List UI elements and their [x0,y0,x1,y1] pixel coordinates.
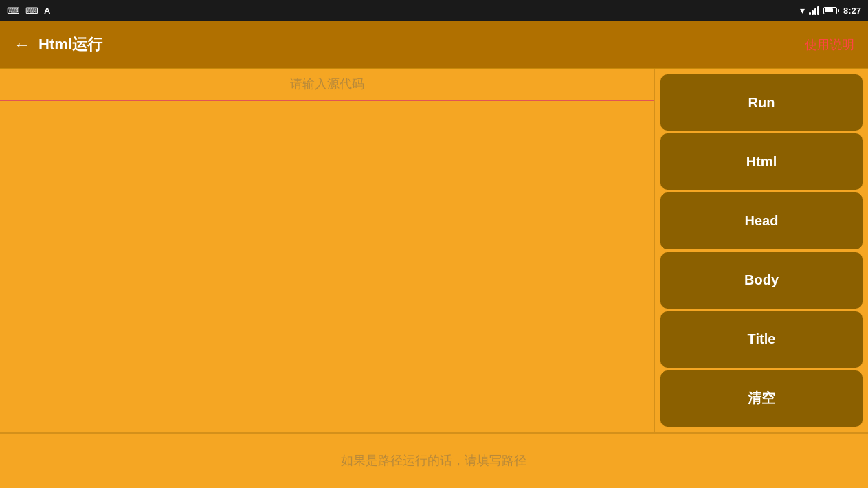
body-button[interactable]: Body [660,252,863,309]
run-button[interactable]: Run [660,74,863,131]
editor-row: Run Html Head Body Title 清空 [0,69,868,433]
keyboard-icon: ⌨ [7,5,20,16]
toolbar-left: ← Html运行 [14,34,102,55]
network-icon [809,5,819,15]
ime-icon: ⌨ [25,5,38,16]
status-bar: ⌨ ⌨ A ▾ 8:27 [0,0,868,21]
main-area: Run Html Head Body Title 清空 [0,69,868,488]
battery-icon [823,7,839,14]
html-button[interactable]: Html [660,133,863,190]
status-time: 8:27 [843,5,861,16]
code-body [0,101,654,432]
title-button[interactable]: Title [660,311,863,368]
code-area [0,69,655,432]
footer-area [0,433,868,488]
accessibility-icon: A [44,5,50,16]
status-bar-right: ▾ 8:27 [800,5,861,16]
back-button[interactable]: ← [14,35,30,54]
clear-button[interactable]: 清空 [660,370,863,427]
path-input[interactable] [87,454,781,468]
head-button[interactable]: Head [660,192,863,249]
button-panel: Run Html Head Body Title 清空 [655,69,868,432]
help-link[interactable]: 使用说明 [805,36,854,53]
toolbar: ← Html运行 使用说明 [0,21,868,69]
page-title: Html运行 [38,34,102,55]
code-input[interactable] [0,69,654,101]
wifi-icon: ▾ [800,5,805,16]
status-bar-left: ⌨ ⌨ A [7,5,50,16]
